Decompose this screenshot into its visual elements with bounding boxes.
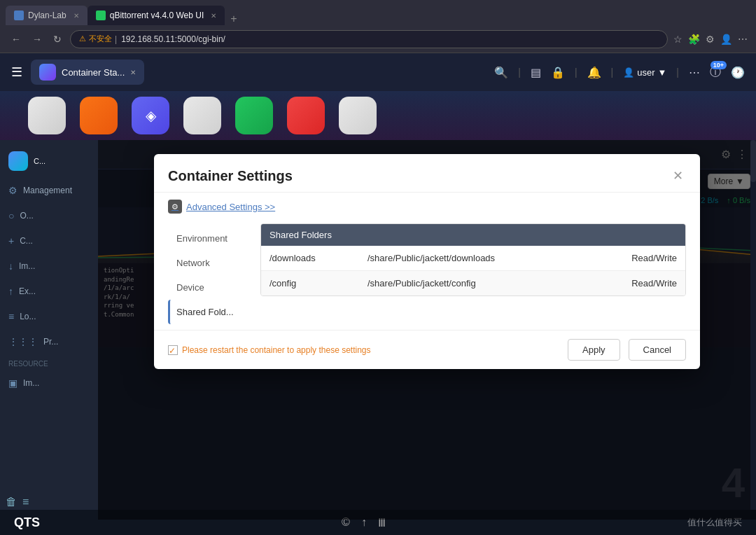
advanced-settings-icon: ⚙ — [168, 200, 182, 214]
extensions-icon[interactable]: 🧩 — [688, 34, 700, 45]
footer-note-text: Please restart the container to apply th… — [182, 345, 371, 355]
modal-nav-environment[interactable]: Environment — [168, 226, 252, 251]
cs-nav-preferences[interactable]: ⋮⋮⋮ Pr... — [0, 331, 98, 353]
refresh-button[interactable]: ↻ — [50, 31, 64, 48]
nas-icons: 🔍 | ▤ 🔒 | 🔔 | 👤 user ▼ | ⋯ ⓘ 10+ 🕐 — [494, 65, 745, 80]
url-input[interactable]: ⚠ 不安全 | 192.168.50.11:5000/cgi-bin/ — [70, 30, 668, 48]
modal-header: Container Settings ✕ — [154, 154, 700, 193]
cs-nav-management[interactable]: ⚙ Management — [0, 179, 98, 202]
search-icon[interactable]: 🔍 — [494, 66, 508, 79]
warning-text: 不安全 — [89, 34, 112, 44]
image-label: Im... — [23, 378, 39, 388]
container-station-icon — [39, 64, 56, 81]
app-icon-5[interactable] — [287, 97, 325, 134]
app-icon-4[interactable] — [235, 97, 273, 134]
apply-button[interactable]: Apply — [568, 339, 620, 361]
cs-nav-import[interactable]: ↓ Im... — [0, 255, 98, 277]
modal-nav-device[interactable]: Device — [168, 275, 252, 300]
footer-note-area: ✓ Please restart the container to apply … — [168, 345, 559, 355]
bookmark-icon[interactable]: ☆ — [673, 34, 682, 45]
path-config: /config — [270, 278, 368, 289]
app-icon-3[interactable] — [183, 97, 221, 134]
create-icon: + — [8, 235, 14, 246]
pref-icon: ⋮⋮⋮ — [8, 336, 38, 347]
export-label: Ex... — [19, 286, 36, 296]
divider-3: | — [611, 67, 614, 78]
cs-nav-create[interactable]: + C... — [0, 230, 98, 252]
modal-body: Environment Network Device Shared Fold..… — [154, 221, 700, 330]
logs-icon: ≡ — [8, 311, 14, 322]
modal-overlay: Container Settings ✕ ⚙ Advanced Settings… — [98, 140, 756, 520]
advanced-settings-link[interactable]: ⚙ Advanced Settings >> — [154, 193, 700, 221]
tab-qbittorrent[interactable]: qBittorrent v4.4.0 Web UI ✕ — [88, 6, 225, 25]
app-icon-2[interactable] — [80, 97, 118, 134]
tab-close-1[interactable]: ✕ — [74, 12, 79, 20]
resource-section-label: Resource — [0, 356, 98, 369]
user-menu[interactable]: 👤 user ▼ — [623, 67, 666, 78]
restart-checkbox[interactable]: ✓ — [168, 345, 178, 355]
back-button[interactable]: ← — [8, 31, 24, 48]
settings-icon[interactable]: ⚙ — [706, 34, 715, 45]
more-icon[interactable]: ⋯ — [738, 34, 748, 45]
address-bar-icons: ☆ 🧩 ⚙ 👤 ⋯ — [673, 34, 748, 45]
table-row-downloads: /downloads /share/Public/jackett/downloa… — [261, 246, 685, 271]
table-header: Shared Folders — [261, 224, 685, 246]
bell-icon[interactable]: 🔔 — [587, 66, 601, 79]
cs-nav-logs[interactable]: ≡ Lo... — [0, 305, 98, 328]
modal-nav-network[interactable]: Network — [168, 251, 252, 275]
notification-area: ⓘ 10+ — [710, 65, 721, 80]
layers-icon[interactable]: ▤ — [531, 66, 541, 79]
overview-icon: ○ — [8, 210, 14, 221]
nas-bar: ☰ Container Sta... ✕ 🔍 | ▤ 🔒 | 🔔 | 👤 use… — [0, 53, 756, 91]
image-icon: ▣ — [8, 377, 18, 389]
new-tab-button[interactable]: + — [225, 13, 242, 25]
url-text: 192.168.50.11:5000/cgi-bin/ — [121, 34, 225, 44]
tab-close-2[interactable]: ✕ — [211, 12, 216, 20]
container-settings-modal: Container Settings ✕ ⚙ Advanced Settings… — [154, 154, 700, 369]
dots-menu-icon[interactable]: ⋯ — [689, 66, 700, 79]
cs-nav-export[interactable]: ↑ Ex... — [0, 280, 98, 303]
import-icon: ↓ — [8, 260, 13, 272]
create-label: C... — [20, 236, 33, 246]
modal-sidebar-nav: Environment Network Device Shared Fold..… — [168, 221, 252, 330]
cancel-button[interactable]: Cancel — [629, 339, 686, 361]
app-icons-bar: ◈ — [0, 91, 756, 140]
container-station-sidebar: C... ⚙ Management ○ O... + C... ↓ Im... … — [0, 140, 98, 520]
management-icon: ⚙ — [8, 185, 18, 196]
lock-icon[interactable]: 🔒 — [551, 66, 565, 79]
app-icon-6[interactable] — [339, 97, 377, 134]
app-icon-1[interactable] — [28, 97, 66, 134]
sidebar-spacer — [0, 397, 98, 487]
modal-close-button[interactable]: ✕ — [670, 165, 686, 186]
user-chevron: ▼ — [657, 67, 666, 78]
table-row-config: /config /share/Public/jackett/config Rea… — [261, 271, 685, 296]
divider-4: | — [676, 67, 679, 78]
app-tab-close[interactable]: ✕ — [130, 69, 136, 76]
tab-label-2: qBittorrent v4.4.0 Web UI — [110, 11, 204, 20]
user-label: user — [637, 67, 654, 78]
security-warning-icon: ⚠ — [79, 34, 86, 43]
right-panel: ⚙ ⋮ More ▼ 2 B/s ↑ 0 B/s — [98, 140, 756, 520]
nas-menu-button[interactable]: ☰ — [11, 64, 22, 80]
modal-nav-shared-folders[interactable]: Shared Fold... — [168, 300, 252, 324]
nas-app-tab-container-station[interactable]: Container Sta... ✕ — [31, 60, 144, 85]
cs-logo-text: C... — [34, 157, 46, 165]
import-label: Im... — [19, 261, 35, 271]
management-label: Management — [23, 186, 72, 195]
path-downloads: /downloads — [270, 253, 368, 263]
cs-nav-image[interactable]: ▣ Im... — [0, 372, 98, 394]
browser-tab-bar: Dylan-Lab ✕ qBittorrent v4.4.0 Web UI ✕ … — [0, 0, 756, 25]
app-icon-container-station[interactable]: ◈ — [132, 97, 169, 134]
list-icon[interactable]: ≡ — [22, 496, 29, 508]
trash-icon[interactable]: 🗑 — [6, 496, 17, 508]
clock-icon[interactable]: 🕐 — [731, 66, 745, 79]
address-bar: ← → ↻ ⚠ 不安全 | 192.168.50.11:5000/cgi-bin… — [0, 25, 756, 53]
cs-nav-overview[interactable]: ○ O... — [0, 204, 98, 227]
forward-button[interactable]: → — [29, 31, 45, 48]
share-config: /share/Public/jackett/config — [368, 278, 607, 289]
tab-dylan-lab[interactable]: Dylan-Lab ✕ — [6, 6, 88, 25]
separator: | — [115, 34, 117, 44]
cs-logo: C... — [0, 146, 98, 176]
advanced-settings-label: Advanced Settings >> — [186, 202, 275, 212]
profile-icon[interactable]: 👤 — [720, 34, 732, 45]
